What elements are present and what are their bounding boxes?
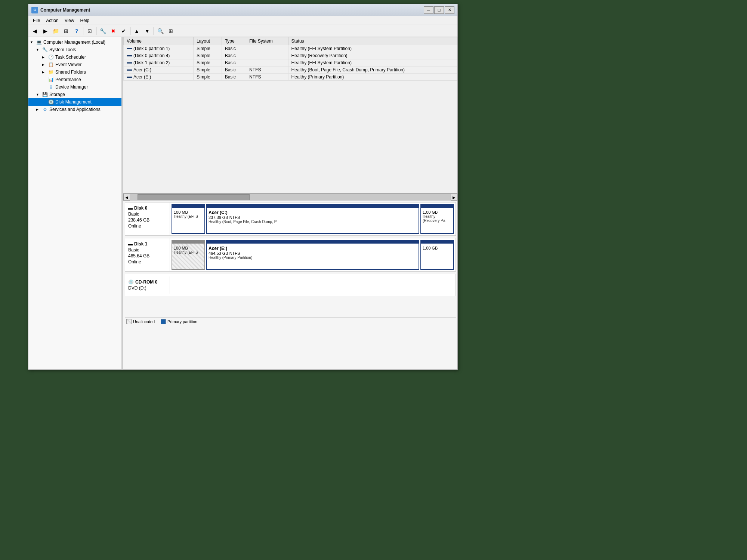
cell-filesystem: NTFS bbox=[246, 74, 288, 81]
legend-unallocated-box bbox=[126, 319, 132, 324]
disk0-part3-content: 1.00 GB Healthy (Recovery Pa bbox=[423, 210, 452, 223]
table-row[interactable]: Acer (C:)SimpleBasicNTFSHealthy (Boot, P… bbox=[124, 66, 457, 74]
cell-volume: (Disk 1 partition 2) bbox=[124, 59, 194, 66]
back-button[interactable]: ◀ bbox=[30, 27, 40, 35]
sidebar-item-device-manager[interactable]: ▶ 🖥 Device Manager bbox=[28, 83, 121, 91]
task-scheduler-label: Task Scheduler bbox=[55, 55, 86, 60]
forward-button[interactable]: ▶ bbox=[40, 27, 50, 35]
cdrom-row: 💿 CD-ROM 0 DVD (D:) bbox=[125, 274, 456, 296]
disk-mgmt-icon: 💽 bbox=[48, 99, 54, 105]
col-status[interactable]: Status bbox=[288, 37, 457, 45]
disk1-part1-header bbox=[172, 241, 204, 244]
horizontal-scrollbar[interactable]: ◀ ▶ bbox=[123, 194, 457, 201]
cell-volume: (Disk 0 partition 4) bbox=[124, 52, 194, 59]
disk0-partitions: 100 MB Healthy (EFI S Acer (C:) 237.36 G… bbox=[170, 202, 456, 235]
disk0-status: Online bbox=[128, 223, 167, 229]
cell-layout: Simple bbox=[193, 52, 222, 59]
disk0-row: ▬ Disk 0 Basic 238.46 GB Online 100 MB bbox=[125, 202, 456, 236]
sidebar-item-disk-management[interactable]: ▶ 💽 Disk Management bbox=[28, 98, 121, 106]
separator-2 bbox=[96, 27, 96, 35]
cell-layout: Simple bbox=[193, 45, 222, 52]
menu-view[interactable]: View bbox=[62, 17, 77, 24]
disk1-part2-content: Acer (E:) 464.53 GB NTFS Healthy (Primar… bbox=[209, 246, 417, 260]
disk0-part2-header bbox=[207, 205, 419, 208]
device-manager-icon: 🖥 bbox=[48, 84, 54, 90]
col-type[interactable]: Type bbox=[222, 37, 246, 45]
disk0-part1-size: 100 MB bbox=[174, 210, 203, 214]
up-arrow-button[interactable]: ▲ bbox=[132, 27, 142, 35]
disk0-partition-recovery[interactable]: 1.00 GB Healthy (Recovery Pa bbox=[420, 204, 454, 234]
root-label: Computer Management (Local) bbox=[43, 40, 105, 45]
performance-icon: 📊 bbox=[48, 77, 54, 83]
sidebar-root[interactable]: ▼ 💻 Computer Management (Local) bbox=[28, 38, 121, 46]
disk1-icon: ▬ bbox=[128, 241, 133, 247]
legend-primary: Primary partition bbox=[161, 319, 197, 324]
content-area: ▼ 💻 Computer Management (Local) ▼ 🔧 Syst… bbox=[28, 37, 457, 369]
scroll-thumb[interactable] bbox=[138, 194, 250, 200]
cell-volume: Acer (E:) bbox=[124, 74, 194, 81]
cdrom-name: 💿 CD-ROM 0 bbox=[128, 279, 167, 285]
cdrom-partitions bbox=[170, 284, 456, 287]
shared-folders-icon: 📁 bbox=[48, 69, 54, 75]
down-arrow-button[interactable]: ▼ bbox=[142, 27, 152, 35]
delete-button[interactable]: ✖ bbox=[108, 27, 118, 35]
cell-status: Healthy (EFI System Partition) bbox=[288, 59, 457, 66]
volume-table-area[interactable]: Volume Layout Type File System Status (D… bbox=[123, 37, 457, 194]
sidebar-item-system-tools[interactable]: ▼ 🔧 System Tools bbox=[28, 46, 121, 53]
services-label: Services and Applications bbox=[49, 107, 101, 112]
show-hide-button[interactable]: ⊞ bbox=[61, 27, 71, 35]
col-volume[interactable]: Volume bbox=[124, 37, 194, 45]
disk1-partition-efi[interactable]: 100 MB Healthy (EFI S bbox=[172, 240, 205, 270]
disk-view-area[interactable]: ▬ Disk 0 Basic 238.46 GB Online 100 MB bbox=[123, 201, 457, 369]
table-row[interactable]: Acer (E:)SimpleBasicNTFSHealthy (Primary… bbox=[124, 74, 457, 81]
storage-label: Storage bbox=[49, 92, 65, 97]
services-arrow: ▶ bbox=[36, 108, 40, 111]
scroll-right-button[interactable]: ▶ bbox=[451, 194, 457, 201]
minimize-button[interactable]: ─ bbox=[424, 6, 433, 14]
disk1-part3-size: 1.00 GB bbox=[423, 246, 452, 250]
col-layout[interactable]: Layout bbox=[193, 37, 222, 45]
disk0-partition-efi[interactable]: 100 MB Healthy (EFI S bbox=[172, 204, 205, 234]
col-filesystem[interactable]: File System bbox=[246, 37, 288, 45]
check-button[interactable]: ✔ bbox=[119, 27, 129, 35]
disk0-partition-c[interactable]: Acer (C:) 237.36 GB NTFS Healthy (Boot, … bbox=[206, 204, 419, 234]
menu-file[interactable]: File bbox=[30, 17, 43, 24]
shared-folders-label: Shared Folders bbox=[55, 69, 86, 75]
disk0-info: ▬ Disk 0 Basic 238.46 GB Online bbox=[125, 202, 170, 235]
sidebar-item-event-viewer[interactable]: ▶ 📋 Event Viewer bbox=[28, 61, 121, 68]
scroll-track[interactable] bbox=[130, 194, 451, 200]
storage-icon: 💾 bbox=[42, 92, 48, 98]
search-button[interactable]: 🔍 bbox=[155, 27, 165, 35]
cell-filesystem bbox=[246, 52, 288, 59]
cell-volume: (Disk 0 partition 1) bbox=[124, 45, 194, 52]
export-button[interactable]: ⊡ bbox=[85, 27, 95, 35]
close-button[interactable]: ✕ bbox=[445, 6, 454, 14]
device-manager-label: Device Manager bbox=[55, 84, 88, 90]
sidebar-item-task-scheduler[interactable]: ▶ 🕐 Task Scheduler bbox=[28, 53, 121, 61]
scroll-left-button[interactable]: ◀ bbox=[123, 194, 130, 201]
disk0-type: Basic bbox=[128, 211, 167, 217]
table-row[interactable]: (Disk 0 partition 1)SimpleBasicHealthy (… bbox=[124, 45, 457, 52]
disk1-partition-3[interactable]: 1.00 GB bbox=[420, 240, 454, 270]
grid-button[interactable]: ⊞ bbox=[166, 27, 176, 35]
sidebar-item-storage[interactable]: ▼ 💾 Storage bbox=[28, 91, 121, 98]
disk1-partition-e[interactable]: Acer (E:) 464.53 GB NTFS Healthy (Primar… bbox=[206, 240, 419, 270]
system-tools-arrow: ▼ bbox=[36, 48, 40, 52]
help-button[interactable]: ? bbox=[72, 27, 81, 35]
cell-status: Healthy (Boot, Page File, Crash Dump, Pr… bbox=[288, 66, 457, 74]
cell-type: Basic bbox=[222, 59, 246, 66]
sidebar-item-performance[interactable]: ▶ 📊 Performance bbox=[28, 76, 121, 83]
disk1-part3-content: 1.00 GB bbox=[423, 246, 452, 250]
sidebar-item-shared-folders[interactable]: ▶ 📁 Shared Folders bbox=[28, 68, 121, 76]
table-row[interactable]: (Disk 0 partition 4)SimpleBasicHealthy (… bbox=[124, 52, 457, 59]
system-tools-icon: 🔧 bbox=[42, 47, 48, 53]
up-button[interactable]: 📁 bbox=[51, 27, 61, 35]
sidebar-item-services[interactable]: ▶ ⚙ Services and Applications bbox=[28, 106, 121, 113]
toolbar: ◀ ▶ 📁 ⊞ ? ⊡ 🔧 ✖ ✔ ▲ ▼ 🔍 ⊞ bbox=[28, 25, 457, 37]
disk1-part2-name: Acer (E:) bbox=[209, 246, 417, 251]
table-row[interactable]: (Disk 1 partition 2)SimpleBasicHealthy (… bbox=[124, 59, 457, 66]
menu-help[interactable]: Help bbox=[77, 17, 93, 24]
maximize-button[interactable]: □ bbox=[434, 6, 444, 14]
menu-action[interactable]: Action bbox=[43, 17, 61, 24]
wrench-button[interactable]: 🔧 bbox=[98, 27, 108, 35]
